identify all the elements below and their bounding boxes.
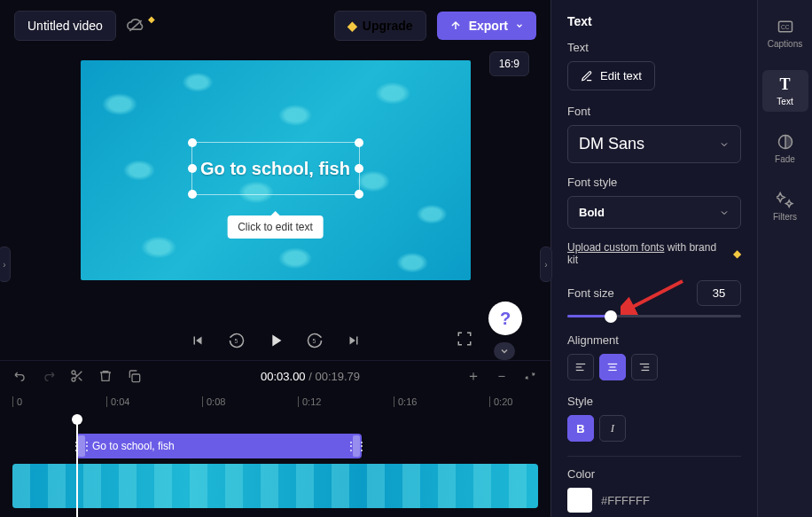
zoom-out-button[interactable]: － bbox=[494, 368, 510, 384]
video-clip[interactable] bbox=[12, 464, 538, 508]
font-dropdown[interactable]: DM Sans bbox=[567, 125, 741, 163]
slider-thumb[interactable] bbox=[605, 310, 617, 323]
clip-trim-right[interactable]: ⋮⋮ bbox=[353, 435, 360, 457]
resize-handle[interactable] bbox=[355, 138, 363, 147]
fontsize-slider[interactable] bbox=[567, 315, 741, 317]
text-icon: T bbox=[777, 75, 794, 93]
collapse-controls-button[interactable] bbox=[494, 342, 515, 360]
skip-forward-button[interactable] bbox=[343, 330, 364, 351]
gem-icon: ◆ bbox=[347, 19, 357, 33]
clip-trim-left[interactable]: ⋮⋮ bbox=[78, 435, 85, 457]
fontsize-label: Font size bbox=[567, 286, 614, 300]
project-title[interactable]: Untitled video bbox=[14, 11, 116, 41]
chevron-down-icon bbox=[719, 139, 730, 150]
cloud-sync-icon[interactable]: ◆ bbox=[127, 19, 155, 33]
tab-filters[interactable]: Filters bbox=[762, 185, 808, 227]
bold-button[interactable]: B bbox=[567, 415, 594, 442]
color-label: Color bbox=[567, 467, 741, 481]
svg-line-6 bbox=[79, 378, 82, 381]
text-clip[interactable]: ⋮⋮ Go to school, fish ⋮⋮ bbox=[76, 434, 362, 458]
delete-button[interactable] bbox=[98, 368, 113, 384]
properties-panel: Text Text Edit text Font DM Sans Font st… bbox=[550, 0, 757, 517]
rewind-5-button[interactable]: 5 bbox=[226, 330, 247, 351]
split-button[interactable] bbox=[69, 368, 85, 384]
color-hex: #FFFFFF bbox=[601, 494, 650, 507]
edit-text-button[interactable]: Edit text bbox=[567, 61, 655, 90]
tab-text[interactable]: T Text bbox=[762, 70, 808, 112]
playhead[interactable] bbox=[76, 416, 78, 517]
help-button[interactable]: ? bbox=[488, 302, 522, 335]
resize-handle[interactable] bbox=[188, 138, 197, 147]
resize-handle[interactable] bbox=[188, 190, 197, 199]
left-panel-handle[interactable]: › bbox=[0, 247, 11, 282]
zoom-in-button[interactable]: ＋ bbox=[465, 368, 481, 384]
alignment-label: Alignment bbox=[567, 333, 741, 347]
right-panel-handle[interactable]: › bbox=[540, 247, 552, 282]
resize-handle[interactable] bbox=[355, 164, 363, 173]
fontstyle-label: Font style bbox=[567, 176, 741, 189]
svg-point-3 bbox=[72, 371, 75, 374]
captions-icon: CC bbox=[777, 18, 794, 35]
upload-icon bbox=[449, 20, 462, 32]
fontsize-input[interactable] bbox=[697, 280, 741, 306]
topbar: Untitled video ◆ ◆ Upgrade Export bbox=[0, 0, 550, 51]
align-left-button[interactable] bbox=[567, 354, 594, 380]
fade-icon bbox=[777, 133, 794, 151]
svg-text:5: 5 bbox=[234, 338, 238, 344]
fit-button[interactable] bbox=[522, 368, 538, 384]
fontstyle-dropdown[interactable]: Bold bbox=[567, 196, 741, 229]
video-canvas[interactable]: Go to school, fish Click to edit text bbox=[81, 60, 471, 280]
fullscreen-button[interactable] bbox=[457, 331, 472, 350]
svg-text:CC: CC bbox=[781, 24, 790, 30]
svg-point-4 bbox=[72, 378, 75, 381]
playback-controls: 5 5 ? bbox=[0, 317, 550, 360]
tracks-area[interactable]: ⋮⋮ Go to school, fish ⋮⋮ bbox=[0, 434, 550, 517]
timeline: 00:03.00 / 00:19.79 ＋ － 0 0:04 0:08 0:12… bbox=[0, 360, 550, 517]
alignment-group bbox=[567, 354, 741, 380]
font-label: Font bbox=[567, 105, 741, 118]
chevron-down-icon bbox=[719, 208, 730, 218]
undo-button[interactable] bbox=[12, 368, 28, 384]
panel-title: Text bbox=[567, 14, 741, 28]
upgrade-button[interactable]: ◆ Upgrade bbox=[334, 11, 426, 41]
edit-text-tooltip: Click to edit text bbox=[227, 215, 324, 239]
side-tabs: CC Captions T Text Fade Filters bbox=[757, 0, 812, 517]
filters-icon bbox=[777, 191, 794, 208]
aspect-ratio-badge[interactable]: 16:9 bbox=[489, 51, 529, 76]
gem-icon: ◆ bbox=[733, 247, 741, 260]
italic-button[interactable]: I bbox=[599, 415, 626, 442]
tab-captions[interactable]: CC Captions bbox=[762, 12, 808, 54]
style-label: Style bbox=[567, 395, 741, 408]
align-center-button[interactable] bbox=[599, 354, 626, 380]
play-button[interactable] bbox=[265, 330, 286, 351]
duplicate-button[interactable] bbox=[126, 368, 142, 384]
align-right-button[interactable] bbox=[631, 354, 658, 380]
style-group: B I bbox=[567, 415, 741, 442]
redo-button[interactable] bbox=[41, 368, 57, 384]
pen-icon bbox=[581, 70, 593, 82]
color-swatch[interactable] bbox=[567, 488, 592, 513]
forward-5-button[interactable]: 5 bbox=[304, 330, 325, 351]
text-overlay-selection[interactable]: Go to school, fish bbox=[191, 142, 360, 195]
chevron-down-icon bbox=[515, 21, 524, 30]
resize-handle[interactable] bbox=[355, 190, 363, 199]
upload-fonts-link[interactable]: Upload custom fonts with brand kit ◆ bbox=[567, 241, 741, 266]
export-button[interactable]: Export bbox=[437, 12, 536, 40]
text-section-label: Text bbox=[567, 41, 741, 54]
resize-handle[interactable] bbox=[188, 164, 197, 173]
timeline-ruler[interactable]: 0 0:04 0:08 0:12 0:16 0:20 bbox=[0, 391, 550, 409]
skip-back-button[interactable] bbox=[187, 330, 208, 351]
svg-text:5: 5 bbox=[312, 338, 316, 344]
svg-line-7 bbox=[74, 373, 77, 376]
preview-area: › Go to school, fish Click to edit text … bbox=[0, 51, 550, 317]
tab-fade[interactable]: Fade bbox=[762, 128, 808, 169]
overlay-text[interactable]: Go to school, fish bbox=[200, 158, 350, 179]
timecode-display: 00:03.00 / 00:19.79 bbox=[261, 370, 360, 383]
svg-rect-8 bbox=[132, 374, 140, 382]
